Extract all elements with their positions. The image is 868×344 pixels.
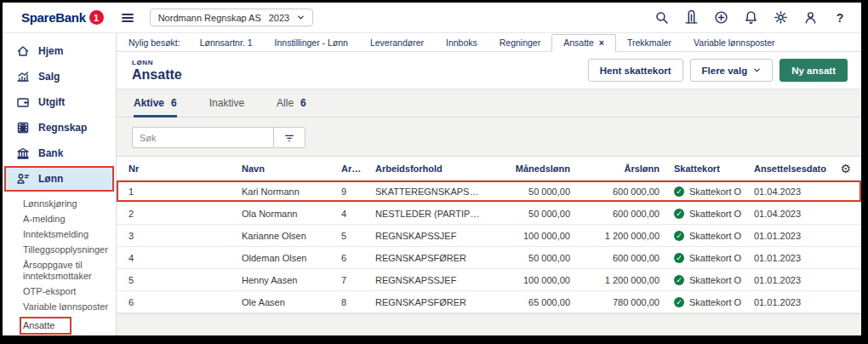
- sidebar-item-utgift[interactable]: Utgift: [4, 89, 114, 115]
- table-row-employee-4[interactable]: 4Oldeman Olsen6REGNSKAPSFØRER50 000,0060…: [117, 247, 861, 269]
- sidebar-item-bank[interactable]: Bank: [4, 140, 114, 166]
- cell-dato: 01.01.2023: [742, 231, 840, 241]
- help-icon[interactable]: ?: [832, 10, 848, 26]
- sidebar-subitem-a-melding[interactable]: A-melding: [23, 214, 116, 225]
- cell-manedslonn: 65 000,00: [483, 297, 572, 307]
- status-filter-tabs: Aktive6InaktiveAlle6: [117, 89, 861, 118]
- sidebar-subitem-variable-lønnsposter[interactable]: Variable lønnsposter: [23, 301, 116, 312]
- check-circle-icon: ✓: [674, 297, 684, 307]
- sidebar-item-label: Lønn: [38, 173, 63, 185]
- cell-navn: Ola Normann: [230, 209, 329, 219]
- cell-navn: Oldeman Olsen: [230, 253, 329, 263]
- column-header-dato[interactable]: Ansettelsesdato: [742, 163, 840, 174]
- cell-nr: 3: [117, 231, 230, 241]
- check-circle-icon: ✓: [674, 186, 684, 197]
- column-header-manedslonn[interactable]: Månedslønn: [483, 163, 572, 174]
- sidebar-subitem-årsoppgave-til-inntektsmottaker[interactable]: Årsoppgave til inntektsmottaker: [23, 260, 116, 282]
- content-area: Aktive6InaktiveAlle6 NrNavnArb...Arbeids…: [117, 89, 861, 335]
- search-icon[interactable]: [654, 10, 669, 26]
- building-icon[interactable]: [683, 10, 699, 26]
- cell-manedslonn: 50 000,00: [483, 209, 572, 219]
- filter-tab-label: Alle: [277, 97, 294, 109]
- hamburger-menu-icon[interactable]: [121, 11, 134, 25]
- check-circle-icon: ✓: [674, 275, 684, 285]
- ledger-icon: [16, 121, 30, 135]
- recent-tab-ansatte[interactable]: Ansatte×: [551, 34, 616, 52]
- filter-icon: [283, 132, 295, 144]
- cell-skattekort: ✓Skattekort OK: [661, 297, 742, 307]
- brand-badge-1: 1: [89, 10, 104, 25]
- main-panel: Nylig besøkt: Lønnsartnr. 1Innstillinger…: [117, 33, 861, 335]
- recent-tab-innstillinger-l-nn[interactable]: Innstillinger - Lønn: [264, 35, 359, 51]
- filter-tab-aktive[interactable]: Aktive6: [134, 97, 177, 118]
- search-row: [132, 127, 306, 148]
- filter-tab-alle[interactable]: Alle6: [277, 97, 306, 118]
- cell-skattekort: ✓Skattekort OK: [661, 275, 742, 285]
- gear-icon[interactable]: [773, 10, 788, 26]
- recent-tab-label: Lønnsartnr. 1: [200, 37, 253, 48]
- sidebar-item-hjem[interactable]: Hjem: [4, 38, 114, 64]
- company-selector[interactable]: Nordmann Regnskap AS 2023: [150, 9, 314, 26]
- filter-button[interactable]: [273, 127, 306, 148]
- recent-tab-leverand-rer[interactable]: Leverandører: [359, 35, 435, 51]
- table-settings-gear-icon[interactable]: ⚙: [840, 162, 851, 175]
- sidebar-subitem-ansatte[interactable]: Ansatte: [20, 317, 71, 335]
- sidebar-subitem-lønnskjøring[interactable]: Lønnskjøring: [23, 198, 116, 209]
- sparebank-logo[interactable]: SpareBank 1: [21, 10, 104, 25]
- cell-dato: 01.04.2023: [742, 209, 840, 219]
- skattekort-status-text: Skattekort OK: [689, 186, 742, 197]
- cell-manedslonn: 100 000,00: [483, 275, 572, 285]
- skattekort-status-text: Skattekort OK: [689, 275, 742, 285]
- tab-close-icon[interactable]: ×: [599, 37, 604, 48]
- column-header-nr[interactable]: Nr: [117, 163, 230, 174]
- column-header-skattekort[interactable]: Skattekort: [661, 163, 742, 174]
- column-header-navn[interactable]: Navn: [230, 163, 329, 174]
- cell-skattekort: ✓Skattekort OK: [661, 231, 742, 241]
- cell-arbeidsforhold: REGNSKAPSSJEF: [363, 231, 483, 241]
- recent-tab-l-nnsartnr-1[interactable]: Lønnsartnr. 1: [189, 35, 264, 51]
- sidebar-item-lønn[interactable]: Lønn: [4, 166, 114, 192]
- recent-tab-variable-l-nnsposter[interactable]: Variable lønnsposter: [682, 35, 786, 51]
- cell-arb: 9: [329, 186, 363, 197]
- table-row-employee-2[interactable]: 2Ola Normann4NESTLEDER (PARTIPOLITISKE ……: [117, 203, 861, 225]
- sidebar-item-label: Hjem: [38, 45, 63, 57]
- cell-manedslonn: 50 000,00: [483, 253, 572, 263]
- cell-navn: Kari Normann: [230, 186, 329, 197]
- flere-valg-button[interactable]: Flere valg: [690, 59, 774, 82]
- home-icon: [16, 44, 30, 58]
- cell-nr: 2: [117, 209, 230, 219]
- bell-icon[interactable]: [743, 10, 758, 26]
- sidebar-item-salg[interactable]: Salg: [4, 64, 114, 89]
- column-header-arslonn[interactable]: Årslønn: [572, 163, 661, 174]
- sidebar-item-label: Regnskap: [38, 122, 87, 134]
- profile-icon[interactable]: [802, 10, 818, 26]
- recent-tab-innboks[interactable]: Innboks: [435, 35, 488, 51]
- column-header-arbeidsforhold[interactable]: Arbeidsforhold: [363, 163, 483, 174]
- sidebar-item-regnskap[interactable]: Regnskap: [4, 115, 114, 140]
- cell-arbeidsforhold: REGNSKAPSFØRER: [363, 253, 483, 263]
- topbar-icon-group: ?: [654, 10, 848, 26]
- recent-tab-regninger[interactable]: Regninger: [488, 35, 551, 51]
- cell-navn: Henny Aasen: [230, 275, 329, 285]
- search-input[interactable]: [132, 127, 273, 148]
- recent-tab-trekkmaler[interactable]: Trekkmaler: [616, 35, 682, 51]
- cell-arb: 8: [329, 297, 363, 307]
- cell-arslonn: 600 000,00: [572, 253, 661, 263]
- skattekort-status-text: Skattekort OK: [689, 253, 742, 263]
- sidebar-subitem-inntektsmelding[interactable]: Inntektsmelding: [23, 229, 116, 240]
- table-row-employee-1[interactable]: 1Kari Normann9SKATTEREGNSKAPSSJEF50 000,…: [117, 181, 861, 203]
- sidebar-subitem-tilleggsopplysninger[interactable]: Tilleggsopplysninger: [23, 244, 116, 255]
- sidebar-subitem-otp-eksport[interactable]: OTP-eksport: [23, 286, 116, 297]
- hent-skattekort-button[interactable]: Hent skattekort: [588, 59, 683, 82]
- sales-chart-icon: [16, 70, 30, 83]
- plus-circle-icon[interactable]: [713, 10, 728, 26]
- ny-ansatt-button[interactable]: Ny ansatt: [779, 59, 848, 82]
- column-header-arb[interactable]: Arb...: [329, 163, 363, 174]
- cell-skattekort: ✓Skattekort OK: [661, 253, 742, 263]
- page-title: Ansatte: [132, 67, 182, 83]
- table-row-employee-6[interactable]: 6Ole Aasen8REGNSKAPSFØRER65 000,00780 00…: [117, 291, 861, 313]
- filter-tab-inaktive[interactable]: Inaktive: [209, 97, 244, 118]
- cell-arbeidsforhold: SKATTEREGNSKAPSSJEF: [363, 186, 483, 197]
- table-row-employee-5[interactable]: 5Henny Aasen7REGNSKAPSSJEF100 000,001 20…: [117, 269, 861, 291]
- table-row-employee-3[interactable]: 3Karianne Olsen5REGNSKAPSSJEF100 000,001…: [117, 225, 861, 247]
